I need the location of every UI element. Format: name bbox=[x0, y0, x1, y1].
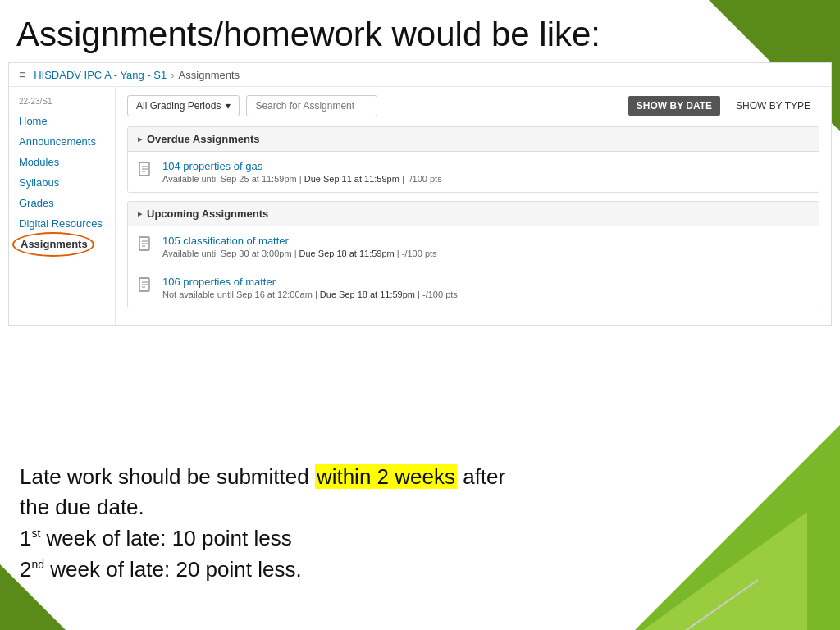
bottom-section: Late work should be submitted within 2 w… bbox=[0, 417, 840, 630]
breadcrumb-course[interactable]: HISDADV IPC A - Yang - S1 bbox=[34, 69, 167, 81]
bottom-text: Late work should be submitted within 2 w… bbox=[20, 462, 505, 586]
breadcrumb: ≡ HISDADV IPC A - Yang - S1 › Assignment… bbox=[9, 63, 831, 87]
grading-period-button[interactable]: All Grading Periods ▾ bbox=[127, 95, 240, 116]
collapse-arrow-icon: ▸ bbox=[138, 135, 142, 144]
available-date-3: Not available until Sep 16 at 12:00am bbox=[162, 290, 313, 299]
canvas-screenshot: ≡ HISDADV IPC A - Yang - S1 › Assignment… bbox=[8, 62, 832, 326]
assignment-meta-2: Available until Sep 30 at 3:00pm | Due S… bbox=[162, 249, 809, 258]
late-work-line2: the due date. bbox=[20, 492, 505, 523]
assignment-doc-icon-2 bbox=[138, 236, 154, 253]
sidebar-item-modules[interactable]: Modules bbox=[9, 152, 115, 172]
sidebar: 22-23/S1 Home Announcements Modules Syll… bbox=[9, 87, 116, 325]
assignment-name[interactable]: 104 properties of gas bbox=[162, 160, 809, 172]
line3-sup: st bbox=[31, 527, 40, 540]
upcoming-assignments-group: ▸ Upcoming Assignments 105 classificatio… bbox=[127, 201, 819, 308]
sidebar-item-grades[interactable]: Grades bbox=[9, 193, 115, 213]
assignment-item: 104 properties of gas Available until Se… bbox=[128, 152, 819, 192]
line1-pre: Late work should be submitted bbox=[20, 464, 315, 489]
canvas-main: 22-23/S1 Home Announcements Modules Syll… bbox=[9, 87, 831, 325]
bottom-right-decoration bbox=[594, 417, 840, 630]
sidebar-item-announcements[interactable]: Announcements bbox=[9, 131, 115, 152]
available-date-2: Available until Sep 30 at 3:00pm bbox=[162, 249, 292, 258]
assignment-doc-icon bbox=[138, 162, 154, 178]
assignment-info-3: 106 properties of matter Not available u… bbox=[162, 276, 809, 299]
assignment-item-2: 105 classification of matter Available u… bbox=[128, 226, 819, 267]
show-by-date-button[interactable]: SHOW BY DATE bbox=[628, 96, 720, 116]
late-work-line4: 2nd week of late: 20 point less. bbox=[20, 555, 505, 586]
overdue-assignments-group: ▸ Overdue Assignments 104 properties of … bbox=[127, 126, 819, 193]
due-date: Due Sep 11 at 11:59pm bbox=[304, 174, 399, 184]
overdue-group-header: ▸ Overdue Assignments bbox=[128, 127, 819, 152]
highlight-2weeks: within 2 weeks bbox=[315, 464, 457, 489]
available-date: Available until Sep 25 at 11:59pm bbox=[162, 174, 297, 184]
sidebar-item-syllabus[interactable]: Syllabus bbox=[9, 172, 115, 193]
hamburger-icon: ≡ bbox=[19, 68, 25, 81]
overdue-group-label: Overdue Assignments bbox=[147, 133, 260, 145]
points-2: -/100 pts bbox=[402, 249, 437, 258]
breadcrumb-separator: › bbox=[171, 69, 174, 81]
assignment-doc-icon-3 bbox=[138, 277, 154, 294]
assignment-meta: Available until Sep 25 at 11:59pm | Due … bbox=[162, 174, 809, 184]
sidebar-item-digital-resources[interactable]: Digital Resources bbox=[9, 213, 115, 234]
assignment-item-3: 106 properties of matter Not available u… bbox=[128, 267, 819, 308]
assignment-name-2[interactable]: 105 classification of matter bbox=[162, 235, 809, 247]
slide-title: Assignments/homework would be like: bbox=[0, 0, 840, 62]
sidebar-item-home[interactable]: Home bbox=[9, 111, 115, 131]
line4-sup: nd bbox=[31, 558, 44, 571]
points-3: -/100 pts bbox=[422, 290, 458, 299]
assignment-meta-3: Not available until Sep 16 at 12:00am | … bbox=[162, 290, 809, 299]
due-date-3: Due Sep 18 at 11:59pm bbox=[320, 290, 415, 299]
assignment-info: 104 properties of gas Available until Se… bbox=[162, 160, 809, 184]
line4-pre: 2 bbox=[20, 557, 31, 582]
line1-post: after bbox=[457, 464, 505, 489]
assignment-name-3[interactable]: 106 properties of matter bbox=[162, 276, 809, 288]
collapse-arrow-icon-2: ▸ bbox=[138, 209, 142, 218]
upcoming-group-header: ▸ Upcoming Assignments bbox=[128, 202, 819, 226]
course-label: 22-23/S1 bbox=[9, 94, 115, 111]
toolbar: All Grading Periods ▾ SHOW BY DATE SHOW … bbox=[127, 95, 819, 116]
late-work-line1: Late work should be submitted within 2 w… bbox=[20, 462, 505, 493]
line3-pre: 1 bbox=[20, 526, 31, 550]
upcoming-group-label: Upcoming Assignments bbox=[147, 208, 268, 220]
late-work-line3: 1st week of late: 10 point less bbox=[20, 523, 505, 555]
line3-post: week of late: 10 point less bbox=[40, 526, 291, 550]
sidebar-item-assignments[interactable]: Assignments bbox=[9, 234, 115, 254]
due-date-2: Due Sep 18 at 11:59pm bbox=[299, 249, 395, 258]
grading-period-label: All Grading Periods bbox=[136, 100, 221, 112]
search-input[interactable] bbox=[246, 95, 377, 116]
line4-post: week of late: 20 point less. bbox=[44, 557, 302, 582]
show-by-type-button[interactable]: SHOW BY TYPE bbox=[727, 95, 819, 116]
assignment-info-2: 105 classification of matter Available u… bbox=[162, 235, 809, 258]
content-area: All Grading Periods ▾ SHOW BY DATE SHOW … bbox=[116, 87, 831, 325]
breadcrumb-page: Assignments bbox=[179, 69, 240, 81]
dropdown-arrow-icon: ▾ bbox=[226, 100, 231, 112]
points: -/100 pts bbox=[407, 174, 442, 184]
assignments-circle-highlight bbox=[12, 232, 94, 257]
